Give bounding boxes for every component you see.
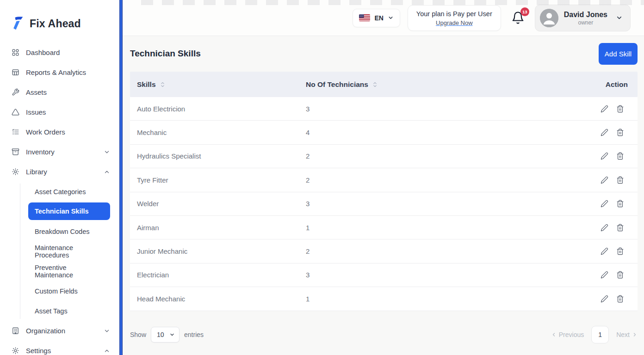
us-flag-icon	[359, 14, 370, 21]
chevron-left-icon	[551, 332, 557, 337]
submenu-item-label: Technician Skills	[35, 208, 89, 215]
upgrade-now-link[interactable]: Upgrade Now	[436, 19, 473, 26]
issues-icon	[12, 108, 20, 116]
table-row: Mechanic 4	[130, 121, 638, 144]
edit-button[interactable]	[600, 175, 609, 185]
sidebar: Fix Ahead Dashboard Reports & Analytics	[0, 0, 119, 355]
sidebar-item-label: Inventory	[26, 148, 104, 156]
edit-button[interactable]	[600, 294, 609, 304]
pencil-icon	[601, 200, 608, 208]
language-selector[interactable]: EN	[353, 9, 400, 27]
column-header-technicians[interactable]: No Of Technicians	[306, 80, 582, 89]
trash-icon	[616, 129, 624, 136]
sort-icon[interactable]	[161, 81, 165, 88]
submenu-item[interactable]: Technician Skills	[28, 202, 110, 220]
chevron-up-icon	[104, 169, 110, 175]
skill-name: Junior Mechanic	[130, 247, 306, 255]
content: Technician Skills Add Skill Skills No Of…	[123, 36, 644, 355]
edit-button[interactable]	[600, 223, 609, 233]
delete-button[interactable]	[615, 294, 625, 304]
sidebar-bottom-items: Organization Settings	[0, 321, 119, 355]
sidebar-item[interactable]: Inventory	[0, 142, 119, 162]
notifications-button[interactable]: 13	[511, 11, 525, 24]
delete-button[interactable]	[615, 175, 625, 185]
sidebar-accent-stripe	[119, 0, 123, 355]
fix-ahead-logo-icon	[11, 16, 25, 31]
table-row: Auto Electricion 3	[130, 97, 638, 121]
trash-icon	[616, 295, 624, 303]
pencil-icon	[601, 295, 608, 303]
column-header-skills[interactable]: Skills	[130, 80, 306, 89]
edit-button[interactable]	[600, 270, 609, 280]
pencil-icon	[601, 271, 608, 279]
main-column: EN Your plan is Pay per User Upgrade Now…	[123, 0, 644, 355]
sidebar-item[interactable]: Work Orders	[0, 122, 119, 142]
user-menu[interactable]: David Jones owner	[535, 5, 631, 31]
pencil-icon	[601, 247, 608, 255]
plan-banner: Your plan is Pay per User Upgrade Now	[408, 5, 501, 31]
submenu-item[interactable]: Custom Fields	[28, 281, 110, 301]
current-page-button[interactable]: 1	[591, 326, 609, 343]
sidebar-item[interactable]: Dashboard	[0, 43, 119, 62]
submenu-item-label: Custom Fields	[35, 288, 78, 295]
submenu-item[interactable]: Asset Tags	[28, 301, 110, 321]
entries-label: entries	[184, 331, 204, 338]
next-page-button[interactable]: Next	[616, 331, 638, 338]
edit-button[interactable]	[600, 199, 609, 208]
sidebar-item-label: Dashboard	[26, 49, 104, 56]
submenu-item[interactable]: Maintenance Procedures	[28, 241, 110, 261]
sidebar-item[interactable]: Issues	[0, 102, 119, 122]
sidebar-nav: Dashboard Reports & Analytics Assets	[0, 43, 119, 355]
table-header-row: Skills No Of Technicians Action	[130, 72, 638, 97]
app-root: Fix Ahead Dashboard Reports & Analytics	[0, 0, 644, 355]
chevron-down-icon	[616, 14, 623, 21]
sidebar-item-label: Assets	[26, 88, 104, 96]
topbar: EN Your plan is Pay per User Upgrade Now…	[123, 0, 644, 36]
submenu-item[interactable]: Asset Categories	[28, 182, 110, 202]
edit-button[interactable]	[600, 246, 609, 256]
delete-button[interactable]	[615, 270, 625, 280]
language-code: EN	[374, 14, 383, 22]
add-skill-button[interactable]: Add Skill	[599, 43, 638, 65]
submenu-item[interactable]: Breakdown Codes	[28, 221, 110, 241]
user-role: owner	[564, 19, 607, 26]
delete-button[interactable]	[615, 199, 625, 208]
page-size-select[interactable]: 10	[151, 327, 180, 343]
sidebar-item[interactable]: Assets	[0, 82, 119, 102]
previous-page-button[interactable]: Previous	[551, 331, 584, 338]
edit-button[interactable]	[600, 104, 609, 114]
inventory-icon	[12, 148, 20, 156]
skill-name: Head Mechanic	[130, 295, 306, 303]
technician-count: 2	[306, 152, 582, 160]
delete-button[interactable]	[615, 246, 625, 256]
pencil-icon	[601, 176, 608, 184]
skill-name: Electrician	[130, 271, 306, 279]
sidebar-item[interactable]: Organization	[0, 321, 119, 341]
delete-button[interactable]	[615, 104, 625, 114]
brand-name: Fix Ahead	[30, 18, 81, 30]
skill-name: Hydraulics Specialist	[130, 152, 306, 160]
trash-icon	[616, 176, 624, 184]
table-row: Tyre Fitter 2	[130, 168, 638, 192]
submenu-item[interactable]: Preventive Maintenance	[28, 261, 110, 281]
pencil-icon	[601, 129, 608, 136]
table-row: Welder 3	[130, 192, 638, 216]
submenu-item-label: Asset Tags	[35, 307, 68, 315]
dashboard-icon	[12, 49, 20, 57]
edit-button[interactable]	[600, 151, 609, 161]
sidebar-item[interactable]: Library	[0, 162, 119, 182]
edit-button[interactable]	[600, 128, 609, 137]
delete-button[interactable]	[615, 223, 625, 233]
delete-button[interactable]	[615, 151, 625, 161]
sort-icon[interactable]	[373, 81, 377, 88]
delete-button[interactable]	[615, 128, 625, 137]
chevron-down-icon	[388, 15, 394, 21]
sidebar-item[interactable]: Reports & Analytics	[0, 62, 119, 82]
organization-icon	[12, 327, 20, 335]
table-body: Auto Electricion 3	[130, 97, 638, 311]
trash-icon	[616, 271, 624, 279]
trash-icon	[616, 105, 624, 113]
skills-table: Skills No Of Technicians Action	[130, 72, 638, 311]
library-icon	[12, 168, 20, 176]
sidebar-item[interactable]: Settings	[0, 341, 119, 355]
